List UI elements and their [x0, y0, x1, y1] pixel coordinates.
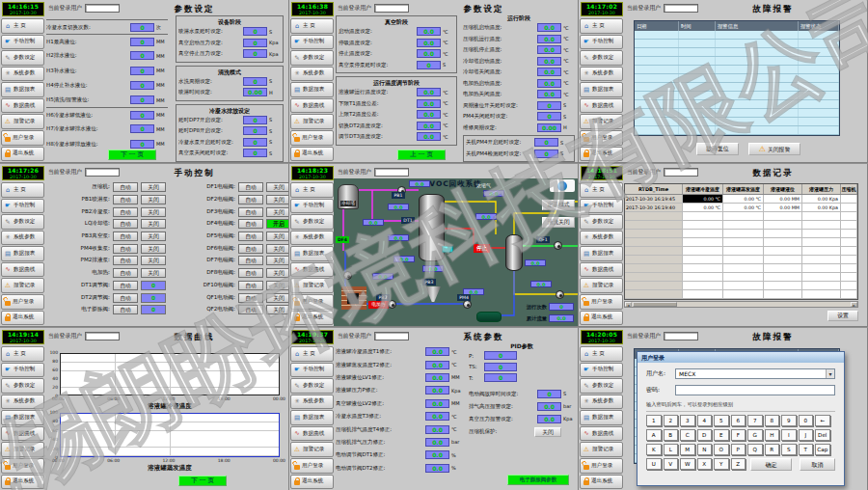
value-box[interactable]: 0	[243, 49, 267, 58]
sidebar-button[interactable]: ⌂主 页	[1, 182, 44, 198]
sidebar-button[interactable]: ✳系统参数	[1, 231, 44, 246]
auto-button[interactable]: 自动	[238, 231, 263, 241]
sidebar-button[interactable]: ∿数据曲线	[290, 98, 334, 114]
value-box[interactable]: 0.0	[537, 35, 561, 43]
state-button[interactable]: 关闭	[141, 244, 166, 254]
state-button[interactable]: 关闭	[141, 231, 166, 241]
value-box[interactable]: 0.0	[417, 88, 441, 96]
state-button[interactable]: 关闭	[266, 207, 289, 217]
auto-button[interactable]: 自动	[113, 281, 138, 290]
settings-button[interactable]: 设置	[827, 311, 858, 321]
sidebar-button[interactable]: ∿数据曲线	[1, 426, 44, 442]
keyboard-key[interactable]: 7	[747, 415, 763, 426]
keyboard-key[interactable]: Y	[714, 458, 729, 470]
auto-button[interactable]: 自动	[238, 281, 263, 290]
close-alarm-button[interactable]: ⚠关闭报警	[748, 143, 800, 155]
keyboard-key[interactable]: B	[664, 429, 679, 441]
auto-button[interactable]: 自动	[113, 207, 138, 217]
scroll-left-icon[interactable]: ◂	[625, 302, 632, 307]
value-box[interactable]: 0.0	[417, 132, 441, 141]
state-button[interactable]: 开启	[266, 219, 289, 229]
value-box[interactable]: 0.0	[425, 425, 449, 434]
value-box[interactable]: 0.0	[417, 99, 441, 108]
auto-button[interactable]: 自动	[113, 182, 138, 192]
sidebar-button[interactable]: 用户登录	[290, 130, 334, 146]
sidebar-button[interactable]: ⚠报警记录	[580, 442, 623, 457]
value-box[interactable]: 0.0	[537, 45, 561, 54]
state-button[interactable]: 关闭	[141, 268, 166, 278]
sidebar-button[interactable]: ▤数据报表	[580, 246, 623, 261]
auto-button[interactable]: 自动	[113, 256, 138, 265]
state-button[interactable]: 关闭	[141, 195, 166, 204]
value-box[interactable]: 0.0	[417, 49, 441, 58]
sidebar-button[interactable]: ⚠报警记录	[1, 442, 44, 457]
keyboard-key[interactable]: F	[731, 429, 746, 441]
value-box[interactable]: 0.0	[417, 39, 441, 47]
state-button[interactable]: 关闭	[266, 305, 289, 314]
prev-page-button[interactable]: 上 一 页	[397, 150, 446, 160]
auto-button[interactable]: 自动	[113, 268, 138, 278]
keyboard-key[interactable]: W	[680, 458, 695, 470]
value-box[interactable]: 0	[534, 150, 558, 158]
sidebar-button[interactable]: 退出系统	[290, 147, 334, 162]
value-box[interactable]: 0.0	[425, 347, 449, 356]
value-box[interactable]: 0.0	[537, 90, 561, 98]
sidebar-button[interactable]: 退出系统	[1, 311, 44, 326]
state-button[interactable]: 关闭	[266, 293, 289, 303]
table-row[interactable]: 2017-10-30 16:19:450.00 ℃0.00 ℃0.00 MM0.…	[625, 195, 857, 204]
auto-button[interactable]: 自动	[113, 244, 138, 254]
sidebar-button[interactable]: ⌂主 页	[580, 18, 623, 34]
sidebar-button[interactable]: 退出系统	[580, 147, 623, 162]
value-box[interactable]: 0.0	[425, 386, 449, 395]
keyboard-key[interactable]: 4	[697, 415, 713, 426]
next-page-button[interactable]: 下 一 页	[178, 476, 227, 486]
keyboard-key[interactable]: G	[747, 429, 763, 441]
scroll-right-icon[interactable]: ▸	[851, 302, 857, 307]
state-button[interactable]: 关闭	[141, 182, 166, 192]
value-box[interactable]: 0.0	[417, 110, 441, 119]
wash-button[interactable]: 清洗关闭	[542, 217, 575, 228]
sidebar-button[interactable]: ✳系统参数	[290, 67, 334, 82]
sidebar-button[interactable]: ⌂主 页	[1, 346, 44, 362]
value-box[interactable]: 0	[417, 61, 441, 69]
sidebar-button[interactable]: ⌂主 页	[1, 18, 44, 34]
keyboard-key[interactable]: J	[799, 429, 814, 441]
auto-button[interactable]: 自动	[113, 293, 138, 303]
value-box[interactable]: 0	[484, 363, 517, 371]
value-box[interactable]: 0	[130, 124, 154, 133]
sidebar-button[interactable]: ✎参数设定	[1, 214, 44, 230]
value-box[interactable]: 0.0	[537, 415, 561, 423]
auto-button[interactable]: 自动	[238, 268, 263, 278]
value-box[interactable]: 0.0	[537, 402, 561, 411]
keyboard-key[interactable]: R	[765, 444, 780, 455]
value-box[interactable]: 0	[484, 373, 517, 382]
value-box[interactable]: 0.0	[537, 68, 561, 76]
auto-button[interactable]: 自动	[238, 219, 263, 229]
keyboard-key[interactable]: 9	[781, 415, 797, 426]
keyboard-key[interactable]: U	[646, 458, 662, 470]
keyboard-key[interactable]: S	[781, 444, 797, 455]
sidebar-button[interactable]: ▤数据报表	[290, 246, 334, 261]
value-box[interactable]: 0	[243, 39, 267, 47]
state-button[interactable]: 关闭	[266, 231, 289, 241]
sidebar-button[interactable]: ⌂主 页	[290, 346, 334, 362]
sidebar-button[interactable]: 退出系统	[580, 311, 623, 326]
sidebar-button[interactable]: ▤数据报表	[580, 82, 623, 97]
sidebar-button[interactable]: ⌂主 页	[580, 346, 623, 362]
sidebar-button[interactable]: ⚠报警记录	[290, 278, 334, 293]
keyboard-key[interactable]: I	[781, 429, 797, 441]
value-box[interactable]: 0	[537, 390, 561, 398]
sidebar-button[interactable]: ☛手动控制	[580, 199, 623, 214]
keyboard-key[interactable]: L	[664, 444, 679, 455]
keyboard-key[interactable]: O	[714, 444, 729, 455]
value-box[interactable]: 0	[243, 116, 267, 124]
keyboard-key[interactable]: 0	[799, 415, 814, 426]
keyboard-key[interactable]: P	[731, 444, 746, 455]
keyboard-key[interactable]: T	[799, 444, 814, 455]
sidebar-button[interactable]: 退出系统	[580, 475, 623, 490]
keyboard-key[interactable]: Del	[815, 429, 830, 441]
cancel-button[interactable]: 取消	[800, 458, 835, 471]
state-button[interactable]: 关闭	[266, 195, 289, 204]
sidebar-button[interactable]: ▤数据报表	[1, 246, 44, 261]
sidebar-button[interactable]: 用户登录	[1, 130, 44, 146]
